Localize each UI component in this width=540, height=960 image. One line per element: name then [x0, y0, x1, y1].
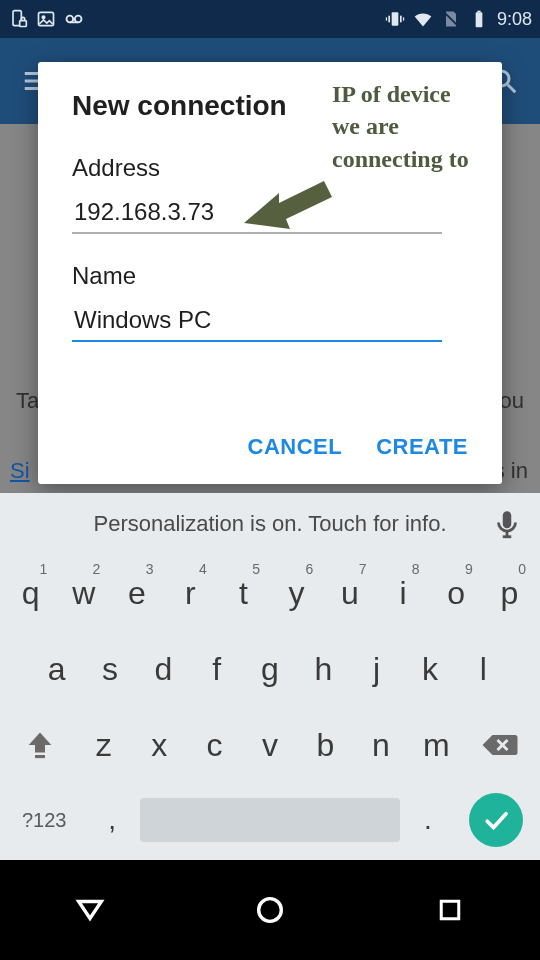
- keyboard: Personalization is on. Touch for info. q…: [0, 493, 540, 860]
- key-w[interactable]: w2: [57, 575, 110, 612]
- enter-key[interactable]: [456, 793, 536, 847]
- svg-point-5: [75, 16, 82, 23]
- voicemail-icon: [64, 9, 84, 29]
- address-input[interactable]: [72, 192, 442, 234]
- key-x[interactable]: x: [131, 727, 186, 764]
- svg-rect-9: [400, 16, 402, 23]
- svg-rect-1: [20, 21, 27, 27]
- svg-rect-11: [403, 17, 404, 20]
- dialog-actions: CANCEL CREATE: [248, 434, 469, 460]
- status-right: 9:08: [385, 9, 532, 30]
- no-sim-icon: [441, 9, 461, 29]
- key-p[interactable]: p0: [483, 575, 536, 612]
- key-j[interactable]: j: [350, 651, 403, 688]
- backspace-key[interactable]: [464, 730, 536, 760]
- period-key[interactable]: .: [400, 804, 456, 836]
- key-g[interactable]: g: [243, 651, 296, 688]
- svg-rect-24: [35, 755, 45, 758]
- svg-rect-8: [388, 16, 390, 23]
- key-t[interactable]: t5: [217, 575, 270, 612]
- status-time: 9:08: [497, 9, 532, 30]
- key-hint: 5: [252, 561, 260, 577]
- key-n[interactable]: n: [353, 727, 408, 764]
- svg-rect-10: [386, 17, 387, 20]
- svg-point-3: [42, 16, 45, 18]
- statusbar: 9:08: [0, 0, 540, 38]
- address-label: Address: [72, 154, 468, 182]
- picture-icon: [36, 9, 56, 29]
- keyboard-row-3: zxcvbnm: [0, 707, 540, 783]
- key-v[interactable]: v: [242, 727, 297, 764]
- battery-icon: [469, 9, 489, 29]
- key-hint: 6: [305, 561, 313, 577]
- comma-key[interactable]: ,: [84, 804, 140, 836]
- dialog-title: New connection: [72, 90, 468, 122]
- key-hint: 0: [518, 561, 526, 577]
- name-input[interactable]: [72, 300, 442, 342]
- svg-rect-13: [476, 12, 483, 27]
- key-m[interactable]: m: [409, 727, 464, 764]
- key-s[interactable]: s: [83, 651, 136, 688]
- svg-point-4: [67, 16, 74, 23]
- create-button[interactable]: CREATE: [376, 434, 468, 460]
- key-r[interactable]: r4: [164, 575, 217, 612]
- symbols-key[interactable]: ?123: [4, 809, 84, 832]
- keyboard-row-1: q1w2e3r4t5y6u7i8o9p0: [0, 555, 540, 631]
- key-l[interactable]: l: [457, 651, 510, 688]
- suggestion-text: Personalization is on. Touch for info.: [93, 511, 446, 537]
- key-hint: 2: [93, 561, 101, 577]
- space-key[interactable]: [140, 798, 400, 842]
- svg-rect-21: [503, 511, 512, 528]
- key-z[interactable]: z: [76, 727, 131, 764]
- key-a[interactable]: a: [30, 651, 83, 688]
- svg-marker-27: [79, 902, 102, 919]
- key-y[interactable]: y6: [270, 575, 323, 612]
- key-f[interactable]: f: [190, 651, 243, 688]
- keyboard-row-2: asdfghjkl: [0, 631, 540, 707]
- svg-rect-7: [392, 12, 399, 25]
- status-left: [8, 9, 84, 29]
- phone-lock-icon: [8, 9, 28, 29]
- keyboard-row-4: ?123 , .: [0, 783, 540, 857]
- mic-icon[interactable]: [490, 507, 524, 541]
- key-c[interactable]: c: [187, 727, 242, 764]
- wifi-icon: [413, 9, 433, 29]
- key-k[interactable]: k: [403, 651, 456, 688]
- key-u[interactable]: u7: [323, 575, 376, 612]
- svg-point-28: [259, 899, 282, 922]
- key-d[interactable]: d: [137, 651, 190, 688]
- vibrate-icon: [385, 9, 405, 29]
- key-hint: 3: [146, 561, 154, 577]
- key-q[interactable]: q1: [4, 575, 57, 612]
- name-label: Name: [72, 262, 468, 290]
- key-e[interactable]: e3: [110, 575, 163, 612]
- new-connection-dialog: New connection Address Name CANCEL CREAT…: [38, 62, 502, 484]
- key-hint: 8: [412, 561, 420, 577]
- key-o[interactable]: o9: [430, 575, 483, 612]
- key-hint: 1: [39, 561, 47, 577]
- key-b[interactable]: b: [298, 727, 353, 764]
- screen: 9:08 Ta ou Si s in New connection Addres…: [0, 0, 540, 960]
- cancel-button[interactable]: CANCEL: [248, 434, 343, 460]
- suggestion-bar[interactable]: Personalization is on. Touch for info.: [0, 493, 540, 555]
- svg-rect-29: [441, 901, 459, 919]
- svg-rect-14: [477, 11, 480, 13]
- shift-key[interactable]: [4, 728, 76, 762]
- home-button[interactable]: [240, 880, 300, 940]
- back-button[interactable]: [60, 880, 120, 940]
- key-hint: 9: [465, 561, 473, 577]
- recents-button[interactable]: [420, 880, 480, 940]
- key-hint: 4: [199, 561, 207, 577]
- key-h[interactable]: h: [297, 651, 350, 688]
- navbar: [0, 860, 540, 960]
- key-i[interactable]: i8: [376, 575, 429, 612]
- svg-line-19: [508, 85, 516, 93]
- key-hint: 7: [359, 561, 367, 577]
